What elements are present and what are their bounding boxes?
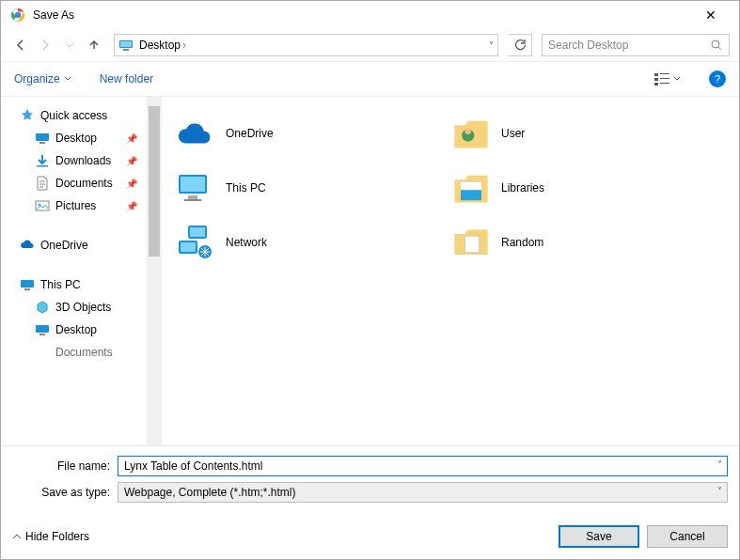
- user-folder-icon: [450, 115, 492, 152]
- svg-rect-4: [123, 49, 129, 51]
- tree-item-3d[interactable]: 3D Objects: [1, 296, 147, 319]
- hide-folders-toggle[interactable]: Hide Folders: [12, 530, 89, 543]
- refresh-button[interactable]: [508, 34, 532, 56]
- svg-rect-26: [184, 199, 201, 201]
- star-icon: [20, 108, 35, 123]
- folder-icon: [450, 224, 492, 261]
- svg-point-22: [464, 129, 471, 135]
- document-icon: [35, 176, 50, 191]
- title-bar: Save As ✕: [1, 1, 739, 29]
- monitor-icon: [35, 131, 50, 146]
- svg-rect-18: [24, 288, 30, 290]
- window-title: Save As: [33, 8, 692, 22]
- svg-rect-20: [39, 334, 45, 335]
- svg-rect-11: [660, 83, 669, 84]
- svg-rect-34: [464, 236, 479, 253]
- view-options[interactable]: [654, 72, 681, 86]
- svg-rect-14: [37, 165, 48, 167]
- up-button[interactable]: [84, 35, 104, 55]
- scrollbar-thumb[interactable]: [149, 106, 160, 257]
- organize-menu[interactable]: Organize: [14, 72, 71, 86]
- cancel-button[interactable]: Cancel: [647, 525, 728, 548]
- cube-icon: [35, 300, 50, 315]
- list-item[interactable]: User: [450, 106, 726, 161]
- type-label: Save as type:: [12, 486, 118, 499]
- cloud-icon: [175, 115, 216, 152]
- svg-rect-24: [181, 177, 205, 192]
- svg-rect-28: [461, 181, 481, 190]
- svg-rect-3: [120, 41, 132, 47]
- footer: Hide Folders Save Cancel: [1, 508, 739, 559]
- tree-item-pictures[interactable]: Pictures 📌: [1, 194, 147, 217]
- address-bar[interactable]: Desktop › ˅: [114, 34, 498, 56]
- network-icon: [175, 224, 216, 261]
- breadcrumb[interactable]: Desktop ›: [139, 39, 483, 52]
- tree-item-desktop[interactable]: Desktop 📌: [1, 127, 147, 149]
- list-item[interactable]: Random: [450, 215, 726, 270]
- search-icon: [711, 39, 723, 52]
- list-item[interactable]: This PC: [175, 161, 450, 215]
- tree-item-documents2[interactable]: Documents: [1, 341, 147, 364]
- document-icon: [35, 345, 50, 360]
- search-placeholder: Search Desktop: [548, 39, 711, 52]
- pc-icon: [20, 277, 35, 292]
- svg-rect-19: [36, 325, 49, 333]
- file-list[interactable]: OneDrive User This PC Libraries Network …: [162, 97, 739, 445]
- help-button[interactable]: ?: [709, 70, 726, 87]
- monitor-icon: [35, 322, 50, 337]
- recent-dropdown[interactable]: [59, 35, 80, 55]
- pin-icon: 📌: [126, 201, 137, 211]
- pin-icon: 📌: [126, 179, 137, 189]
- pin-icon: 📌: [126, 156, 137, 166]
- search-input[interactable]: Search Desktop: [542, 34, 730, 56]
- chevron-right-icon: ›: [182, 39, 186, 52]
- close-button[interactable]: ✕: [692, 8, 730, 23]
- back-button[interactable]: [10, 35, 31, 55]
- save-type-combo[interactable]: Webpage, Complete (*.htm;*.html): [118, 482, 728, 503]
- chrome-icon: [10, 8, 25, 23]
- new-folder-button[interactable]: New folder: [100, 72, 153, 86]
- command-bar: Organize New folder ?: [1, 61, 739, 97]
- svg-rect-8: [654, 78, 658, 81]
- chevron-down-icon[interactable]: ˅: [717, 459, 722, 470]
- tree-quick-access[interactable]: Quick access: [1, 104, 147, 127]
- svg-rect-17: [21, 280, 34, 288]
- body: Quick access Desktop 📌 Downloads 📌 Docum…: [1, 97, 739, 445]
- nav-row: Desktop › ˅ Search Desktop: [1, 29, 739, 61]
- svg-rect-30: [190, 227, 205, 237]
- svg-rect-9: [660, 78, 669, 79]
- svg-rect-32: [181, 242, 196, 252]
- tree-item-documents[interactable]: Documents 📌: [1, 172, 147, 194]
- svg-point-5: [712, 40, 719, 48]
- forward-button[interactable]: [35, 35, 55, 55]
- list-item[interactable]: OneDrive: [175, 106, 450, 161]
- cloud-icon: [20, 238, 35, 253]
- tree-scrollbar[interactable]: [147, 97, 162, 445]
- tree-item-desktop2[interactable]: Desktop: [1, 319, 147, 341]
- svg-rect-13: [39, 142, 45, 144]
- svg-rect-7: [660, 73, 669, 74]
- monitor-icon: [118, 38, 134, 53]
- chevron-down-icon: [64, 75, 71, 83]
- svg-rect-6: [654, 73, 658, 76]
- pc-icon: [175, 169, 216, 207]
- chevron-down-icon[interactable]: ˅: [717, 486, 722, 496]
- list-item[interactable]: Network: [175, 215, 450, 270]
- list-item[interactable]: Libraries: [450, 161, 726, 215]
- svg-rect-25: [188, 195, 197, 199]
- save-button[interactable]: Save: [559, 525, 639, 548]
- chevron-up-icon: [12, 532, 22, 541]
- tree-item-downloads[interactable]: Downloads 📌: [1, 149, 147, 172]
- address-dropdown[interactable]: ˅: [489, 40, 494, 51]
- svg-rect-12: [36, 133, 49, 141]
- form-area: File name: ˅ Save as type: Webpage, Comp…: [1, 445, 739, 508]
- download-icon: [35, 153, 50, 168]
- libraries-icon: [450, 169, 492, 207]
- filename-input[interactable]: [118, 456, 728, 476]
- chevron-down-icon: [673, 75, 681, 83]
- filename-label: File name:: [12, 459, 118, 473]
- pin-icon: 📌: [126, 133, 137, 144]
- nav-tree: Quick access Desktop 📌 Downloads 📌 Docum…: [1, 97, 147, 445]
- tree-this-pc[interactable]: This PC: [1, 273, 147, 296]
- tree-onedrive[interactable]: OneDrive: [1, 234, 147, 257]
